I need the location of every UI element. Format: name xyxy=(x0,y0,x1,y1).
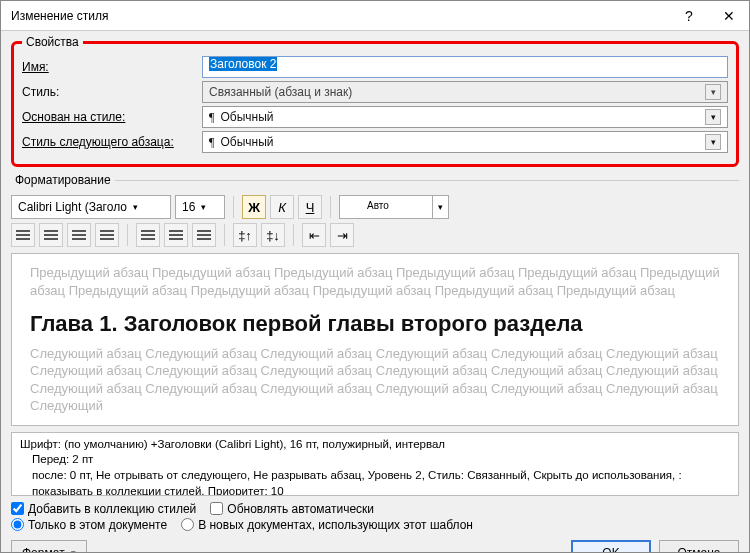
preview-next-para: Следующий абзац Следующий абзац Следующи… xyxy=(30,345,720,415)
font-toolbar: Calibri Light (Заголо▾ 16▾ Ж К Ч Авто ▾ xyxy=(11,195,739,219)
chevron-down-icon: ▾ xyxy=(71,548,76,552)
chevron-down-icon: ▾ xyxy=(432,196,448,218)
styletype-combo[interactable]: Связанный (абзац и знак) ▾ xyxy=(202,81,728,103)
chevron-down-icon: ▾ xyxy=(133,202,138,212)
italic-button[interactable]: К xyxy=(270,195,294,219)
dialog-title: Изменение стиля xyxy=(11,9,656,23)
ok-button[interactable]: OK xyxy=(571,540,651,552)
basedon-label: Основан на стиле: xyxy=(22,110,202,124)
chevron-down-icon: ▾ xyxy=(705,134,721,150)
new-docs-radio[interactable]: В новых документах, использующих этот ша… xyxy=(181,518,473,532)
preview-heading: Глава 1. Заголовок первой главы второго … xyxy=(30,309,720,339)
fontcolor-combo[interactable]: Авто ▾ xyxy=(339,195,449,219)
titlebar: Изменение стиля ↖ ? ✕ xyxy=(1,1,749,31)
para-down-icon: ‡↓ xyxy=(266,228,280,243)
formatting-legend: Форматирование xyxy=(11,173,115,187)
dialog-buttons: Формат▾ OK Отмена xyxy=(11,540,739,552)
pilcrow-icon: ¶ xyxy=(209,135,214,150)
align-justify-button[interactable] xyxy=(95,223,119,247)
chevron-down-icon: ▾ xyxy=(201,202,206,212)
formatting-group: Форматирование Calibri Light (Заголо▾ 16… xyxy=(11,173,739,534)
font-combo[interactable]: Calibri Light (Заголо▾ xyxy=(11,195,171,219)
style-description: Шрифт: (по умолчанию) +Заголовки (Calibr… xyxy=(11,432,739,496)
help-button[interactable]: ? xyxy=(669,1,709,31)
format-button[interactable]: Формат▾ xyxy=(11,540,87,552)
basedon-value: Обычный xyxy=(220,110,273,124)
indent-increase-button[interactable]: ⇥ xyxy=(330,223,354,247)
chevron-down-icon: ▾ xyxy=(705,84,721,100)
modify-style-dialog: Изменение стиля ↖ ? ✕ Свойства Имя: Заго… xyxy=(0,0,750,553)
spacing-1-icon xyxy=(141,234,155,236)
linespacing-1-button[interactable] xyxy=(136,223,160,247)
fontcolor-swatch: Авто xyxy=(343,198,413,216)
cancel-button[interactable]: Отмена xyxy=(659,540,739,552)
nextpara-value: Обычный xyxy=(220,135,273,149)
indent-icon: ⇥ xyxy=(337,228,348,243)
options-area: Добавить в коллекцию стилей Обновлять ав… xyxy=(11,502,739,532)
name-input[interactable]: Заголовок 2 xyxy=(202,56,728,78)
add-gallery-checkbox[interactable]: Добавить в коллекцию стилей xyxy=(11,502,196,516)
align-left-button[interactable] xyxy=(11,223,35,247)
pilcrow-icon: ¶ xyxy=(209,110,214,125)
bold-button[interactable]: Ж xyxy=(242,195,266,219)
nextpara-combo[interactable]: ¶ Обычный ▾ xyxy=(202,131,728,153)
indent-decrease-button[interactable]: ⇤ xyxy=(302,223,326,247)
name-label: Имя: xyxy=(22,60,202,74)
preview-prev-para: Предыдущий абзац Предыдущий абзац Предыд… xyxy=(30,264,720,299)
chevron-down-icon: ▾ xyxy=(705,109,721,125)
outdent-icon: ⇤ xyxy=(309,228,320,243)
align-right-button[interactable] xyxy=(67,223,91,247)
properties-legend: Свойства xyxy=(22,35,83,49)
linespacing-15-button[interactable] xyxy=(164,223,188,247)
fontsize-combo[interactable]: 16▾ xyxy=(175,195,225,219)
paragraph-toolbar: ‡↑ ‡↓ ⇤ ⇥ xyxy=(11,223,739,247)
auto-update-checkbox[interactable]: Обновлять автоматически xyxy=(210,502,374,516)
nextpara-label: Стиль следующего абзаца: xyxy=(22,135,202,149)
align-left-icon xyxy=(16,234,30,236)
basedon-combo[interactable]: ¶ Обычный ▾ xyxy=(202,106,728,128)
spacing-15-icon xyxy=(169,234,183,236)
preview-pane: Предыдущий абзац Предыдущий абзац Предыд… xyxy=(11,253,739,426)
styletype-label: Стиль: xyxy=(22,85,202,99)
align-center-icon xyxy=(44,234,58,236)
linespacing-2-button[interactable] xyxy=(192,223,216,247)
space-before-dec-button[interactable]: ‡↓ xyxy=(261,223,285,247)
para-up-icon: ‡↑ xyxy=(238,228,252,243)
align-center-button[interactable] xyxy=(39,223,63,247)
align-right-icon xyxy=(72,234,86,236)
underline-button[interactable]: Ч xyxy=(298,195,322,219)
spacing-2-icon xyxy=(197,234,211,236)
name-value: Заголовок 2 xyxy=(209,57,277,71)
close-button[interactable]: ✕ xyxy=(709,1,749,31)
only-doc-radio[interactable]: Только в этом документе xyxy=(11,518,167,532)
styletype-value: Связанный (абзац и знак) xyxy=(209,85,352,99)
properties-group: Свойства Имя: Заголовок 2 Стиль: Связанн… xyxy=(11,35,739,167)
align-justify-icon xyxy=(100,234,114,236)
space-before-inc-button[interactable]: ‡↑ xyxy=(233,223,257,247)
